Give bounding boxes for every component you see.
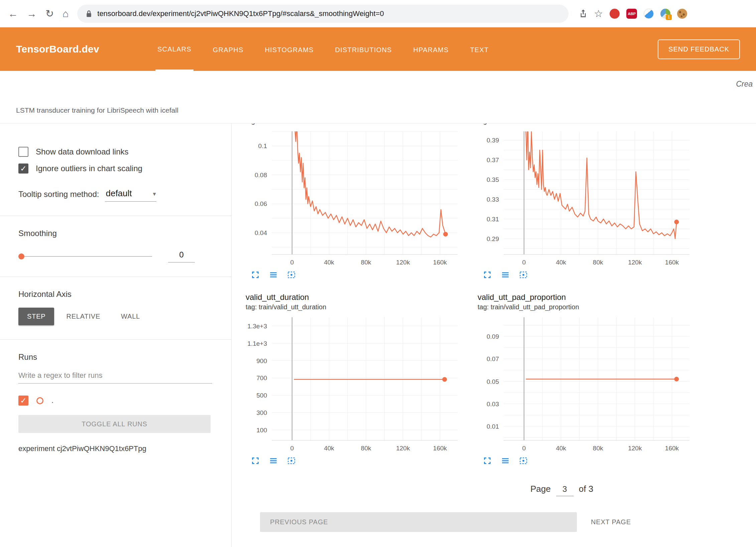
svg-text:1.1e+3: 1.1e+3 <box>247 340 267 347</box>
chevron-down-icon: ▾ <box>153 190 156 198</box>
lock-icon <box>86 10 92 17</box>
forward-icon[interactable]: → <box>27 9 37 19</box>
svg-text:1.3e+3: 1.3e+3 <box>247 323 267 330</box>
slider-thumb[interactable] <box>18 253 24 259</box>
app-logo: TensorBoard.dev <box>16 43 99 55</box>
ignore-outliers-checkbox[interactable]: ✓ <box>18 163 28 174</box>
previous-page-button[interactable]: PREVIOUS PAGE <box>260 512 577 532</box>
axis-step-button[interactable]: STEP <box>18 308 54 325</box>
page-of-label: of 3 <box>579 484 593 494</box>
svg-text:80k: 80k <box>361 445 371 452</box>
home-icon[interactable]: ⌂ <box>62 9 69 19</box>
tab-text[interactable]: TEXT <box>468 27 491 71</box>
scalar-chart[interactable]: 0.010.030.050.070.09040k80k120k160k <box>478 317 691 452</box>
svg-text:900: 900 <box>256 357 267 364</box>
runs-filter-input[interactable] <box>18 371 212 384</box>
charts-row-top: tag: train/… 0.040.060.080.1040k80k120k1… <box>246 123 756 279</box>
svg-text:160k: 160k <box>665 259 679 266</box>
tooltip-sorting-dropdown[interactable]: default ▾ <box>105 188 156 202</box>
svg-text:40k: 40k <box>324 259 334 266</box>
cookie-icon[interactable] <box>677 9 687 19</box>
run-row[interactable]: ✓ . <box>18 396 225 406</box>
run-name: . <box>51 396 53 405</box>
expand-chart-icon[interactable] <box>251 270 260 279</box>
svg-text:40k: 40k <box>556 445 566 452</box>
send-feedback-button[interactable]: SEND FEEDBACK <box>658 39 740 59</box>
svg-text:0.31: 0.31 <box>487 216 499 223</box>
tab-scalars[interactable]: SCALARS <box>155 27 194 71</box>
run-checkbox[interactable]: ✓ <box>18 396 28 406</box>
expand-chart-icon[interactable] <box>483 456 492 465</box>
svg-text:40k: 40k <box>324 445 334 452</box>
chart-tag: tag: train/valid_utt_pad_proportion <box>478 302 704 312</box>
browser-toolbar: ← → ↻ ⌂ tensorboard.dev/experiment/cj2vt… <box>0 0 756 27</box>
svg-text:0.33: 0.33 <box>487 196 499 203</box>
main-nav: SCALARS GRAPHS HISTOGRAMS DISTRIBUTIONS … <box>155 27 491 71</box>
svg-text:0.01: 0.01 <box>487 423 499 430</box>
runs-list-icon[interactable] <box>269 456 278 465</box>
runs-list-icon[interactable] <box>501 456 510 465</box>
toggle-all-runs-button[interactable]: TOGGLE ALL RUNS <box>18 415 211 433</box>
horizontal-axis-label: Horizontal Axis <box>18 290 225 299</box>
smoothing-value-input[interactable]: 0 <box>168 250 195 262</box>
axis-wall-button[interactable]: WALL <box>112 308 149 325</box>
tab-distributions[interactable]: DISTRIBUTIONS <box>333 27 394 71</box>
svg-text:160k: 160k <box>433 259 447 266</box>
svg-text:0.37: 0.37 <box>487 156 499 163</box>
experiment-subheader: Crea LSTM transducer training for LibriS… <box>0 71 756 123</box>
chart-card: valid_utt_pad_proportion tag: train/vali… <box>478 292 704 465</box>
svg-text:0: 0 <box>290 445 294 452</box>
fit-domain-icon[interactable] <box>519 456 528 465</box>
browser-actions: ☆ ABP 1 <box>579 8 687 19</box>
reload-icon[interactable]: ↻ <box>45 9 54 19</box>
page-label: Page <box>530 484 551 494</box>
svg-text:0.35: 0.35 <box>487 176 499 183</box>
show-download-checkbox[interactable] <box>18 147 28 157</box>
share-icon[interactable] <box>579 9 587 18</box>
divider <box>0 339 232 340</box>
fit-domain-icon[interactable] <box>287 270 296 279</box>
scalar-chart[interactable]: 0.040.060.080.1040k80k120k160k <box>246 131 460 266</box>
axis-relative-button[interactable]: RELATIVE <box>57 308 109 325</box>
address-bar[interactable]: tensorboard.dev/experiment/cj2vtPiwQHKN9… <box>77 5 569 23</box>
extension-abp-icon[interactable]: ABP <box>626 9 637 19</box>
app-header: TensorBoard.dev SCALARS GRAPHS HISTOGRAM… <box>0 27 756 71</box>
tooltip-sorting-value: default <box>106 188 132 198</box>
fit-domain-icon[interactable] <box>287 456 296 465</box>
svg-text:0.04: 0.04 <box>255 229 267 236</box>
tab-histograms[interactable]: HISTOGRAMS <box>263 27 316 71</box>
svg-text:0.03: 0.03 <box>487 401 499 408</box>
extension-avatar-icon[interactable]: 1 <box>660 9 670 19</box>
bookmark-star-icon[interactable]: ☆ <box>594 8 603 19</box>
experiment-description: LSTM transducer training for LibriSpeech… <box>16 106 178 114</box>
expand-chart-icon[interactable] <box>483 270 492 279</box>
page-number-input[interactable]: 3 <box>556 484 574 496</box>
expand-chart-icon[interactable] <box>251 456 260 465</box>
svg-text:0.05: 0.05 <box>487 378 499 385</box>
svg-text:300: 300 <box>256 409 267 416</box>
fit-domain-icon[interactable] <box>519 270 528 279</box>
scalar-chart[interactable]: 0.290.310.330.350.370.39040k80k120k160k <box>478 131 691 266</box>
runs-list-icon[interactable] <box>269 270 278 279</box>
tab-graphs[interactable]: GRAPHS <box>211 27 246 71</box>
ignore-outliers-row[interactable]: ✓ Ignore outliers in chart scaling <box>18 163 225 174</box>
url-text[interactable]: tensorboard.dev/experiment/cj2vtPiwQHKN9… <box>97 9 384 18</box>
svg-text:160k: 160k <box>665 445 679 452</box>
svg-text:160k: 160k <box>433 445 447 452</box>
tooltip-sorting-row: Tooltip sorting method: default ▾ <box>18 188 225 202</box>
svg-text:0.06: 0.06 <box>255 200 267 207</box>
svg-text:0: 0 <box>290 259 294 266</box>
smoothing-label: Smoothing <box>18 229 225 238</box>
svg-text:80k: 80k <box>593 259 603 266</box>
runs-list-icon[interactable] <box>501 270 510 279</box>
show-download-row[interactable]: Show data download links <box>18 147 225 157</box>
tab-hparams[interactable]: HPARAMS <box>411 27 451 71</box>
extension-blue-icon[interactable] <box>644 9 654 19</box>
back-icon[interactable]: ← <box>8 9 18 19</box>
scalar-chart[interactable]: 1003005007009001.1e+31.3e+3040k80k120k16… <box>246 317 460 452</box>
extension-red-icon[interactable] <box>610 9 620 19</box>
chart-tag: tag: train/… <box>478 123 704 126</box>
smoothing-slider[interactable] <box>18 253 152 260</box>
next-page-button[interactable]: NEXT PAGE <box>589 518 633 526</box>
experiment-id-text: experiment cj2vtPiwQHKN9Q1tx6PTpg <box>18 444 225 453</box>
